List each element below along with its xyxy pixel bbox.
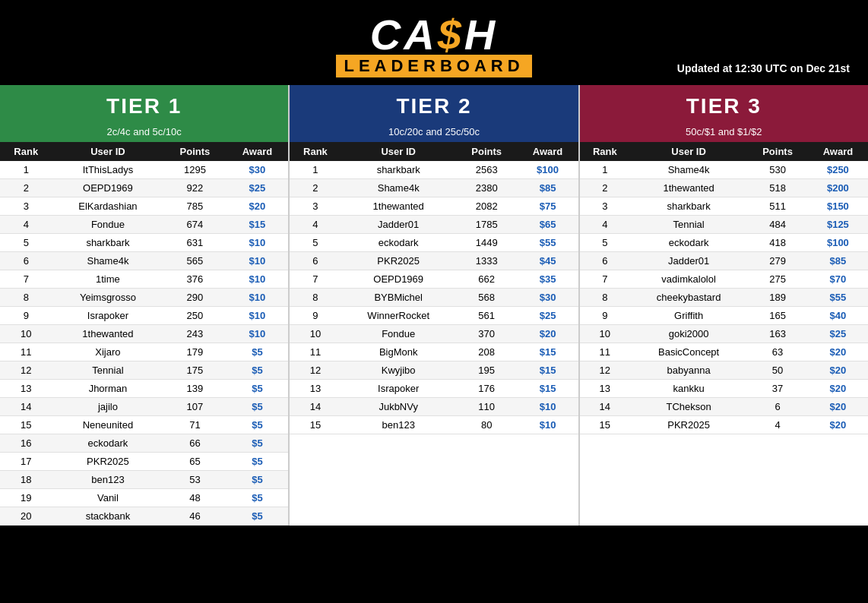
points-cell: 65 bbox=[163, 453, 226, 471]
userid-cell: kankku bbox=[630, 380, 747, 398]
userid-cell: PKR2025 bbox=[52, 453, 164, 471]
points-cell: 250 bbox=[163, 307, 226, 325]
userid-cell: BasicConcept bbox=[630, 343, 747, 361]
rank-cell: 9 bbox=[290, 307, 341, 325]
award-cell: $20 bbox=[517, 325, 578, 343]
header: CA$H LEADERBOARD Updated at 12:30 UTC on… bbox=[0, 0, 868, 85]
userid-cell: Xijaro bbox=[52, 343, 164, 361]
table-row: 14jajilo107$5 bbox=[0, 398, 288, 416]
userid-cell: 1thewanted bbox=[52, 325, 164, 343]
userid-cell: BigMonk bbox=[341, 343, 456, 361]
points-cell: 530 bbox=[747, 161, 808, 179]
tier-section-3: TIER 350c/$1 and $1/$2RankUser IDPointsA… bbox=[580, 85, 868, 526]
rank-cell: 14 bbox=[580, 398, 630, 416]
award-cell: $20 bbox=[808, 398, 868, 416]
table-row: 11Xijaro179$5 bbox=[0, 343, 288, 361]
award-cell: $10 bbox=[227, 325, 289, 343]
rank-cell: 13 bbox=[290, 380, 341, 398]
tier-section-1: TIER 12c/4c and 5c/10cRankUser IDPointsA… bbox=[0, 85, 290, 526]
award-cell: $75 bbox=[517, 197, 578, 216]
table-column-header: Award bbox=[808, 142, 868, 161]
award-cell: $45 bbox=[517, 252, 578, 270]
userid-cell: ben123 bbox=[341, 416, 456, 434]
award-cell: $20 bbox=[808, 343, 868, 361]
points-cell: 2563 bbox=[456, 161, 518, 179]
table-column-header: Award bbox=[227, 142, 289, 161]
tier-2-subtitle: 10c/20c and 25c/50c bbox=[290, 123, 578, 142]
userid-cell: Shame4k bbox=[630, 161, 747, 179]
award-cell: $20 bbox=[808, 416, 868, 434]
table-row: 5eckodark1449$55 bbox=[290, 234, 578, 252]
rank-cell: 4 bbox=[0, 216, 52, 234]
userid-cell: PKR2025 bbox=[630, 416, 747, 434]
rank-cell: 14 bbox=[0, 398, 52, 416]
rank-cell: 9 bbox=[580, 307, 630, 325]
userid-cell: babyanna bbox=[630, 361, 747, 380]
table-row: 31thewanted2082$75 bbox=[290, 197, 578, 216]
userid-cell: sharkbark bbox=[630, 197, 747, 216]
award-cell: $5 bbox=[227, 434, 289, 453]
points-cell: 107 bbox=[163, 398, 226, 416]
rank-cell: 2 bbox=[0, 179, 52, 197]
userid-cell: Shame4k bbox=[341, 179, 456, 197]
award-cell: $5 bbox=[227, 453, 289, 471]
rank-cell: 3 bbox=[0, 197, 52, 216]
award-cell: $30 bbox=[517, 289, 578, 307]
userid-cell: WinnerRocket bbox=[341, 307, 456, 325]
rank-cell: 9 bbox=[0, 307, 52, 325]
rank-cell: 3 bbox=[580, 197, 630, 216]
rank-cell: 2 bbox=[580, 179, 630, 197]
userid-cell: Israpoker bbox=[52, 307, 164, 325]
rank-cell: 1 bbox=[290, 161, 341, 179]
award-cell: $10 bbox=[227, 270, 289, 289]
points-cell: 6 bbox=[747, 398, 808, 416]
award-cell: $10 bbox=[227, 307, 289, 325]
userid-cell: Vanil bbox=[52, 489, 164, 507]
points-cell: 165 bbox=[747, 307, 808, 325]
points-cell: 1785 bbox=[456, 216, 518, 234]
table-row: 9Griffith165$40 bbox=[580, 307, 868, 325]
award-cell: $55 bbox=[517, 234, 578, 252]
userid-cell: TChekson bbox=[630, 398, 747, 416]
tier-section-2: TIER 210c/20c and 25c/50cRankUser IDPoin… bbox=[290, 85, 579, 526]
userid-cell: Fondue bbox=[52, 216, 164, 234]
table-row: 12babyanna50$20 bbox=[580, 361, 868, 380]
rank-cell: 5 bbox=[0, 234, 52, 252]
table-row: 17PKR202565$5 bbox=[0, 453, 288, 471]
points-cell: 370 bbox=[456, 325, 518, 343]
userid-cell: Yeimsgrosso bbox=[52, 289, 164, 307]
points-cell: 275 bbox=[747, 270, 808, 289]
table-row: 2OEPD1969922$25 bbox=[0, 179, 288, 197]
rank-cell: 8 bbox=[580, 289, 630, 307]
userid-cell: OEPD1969 bbox=[52, 179, 164, 197]
userid-cell: OEPD1969 bbox=[341, 270, 456, 289]
table-row: 12Kwyjibo195$15 bbox=[290, 361, 578, 380]
rank-cell: 20 bbox=[0, 507, 52, 526]
main-content: TIER 12c/4c and 5c/10cRankUser IDPointsA… bbox=[0, 85, 868, 526]
rank-cell: 8 bbox=[290, 289, 341, 307]
userid-cell: eckodark bbox=[341, 234, 456, 252]
table-row: 8cheekybastard189$55 bbox=[580, 289, 868, 307]
rank-cell: 7 bbox=[0, 270, 52, 289]
award-cell: $5 bbox=[227, 489, 289, 507]
points-cell: 922 bbox=[163, 179, 226, 197]
award-cell: $20 bbox=[808, 380, 868, 398]
points-cell: 290 bbox=[163, 289, 226, 307]
table-column-header: Rank bbox=[0, 142, 52, 161]
userid-cell: PKR2025 bbox=[341, 252, 456, 270]
points-cell: 662 bbox=[456, 270, 518, 289]
table-row: 5sharkbark631$10 bbox=[0, 234, 288, 252]
rank-cell: 15 bbox=[0, 416, 52, 434]
points-cell: 1295 bbox=[163, 161, 226, 179]
award-cell: $10 bbox=[517, 416, 578, 434]
rank-cell: 11 bbox=[0, 343, 52, 361]
points-cell: 176 bbox=[456, 380, 518, 398]
points-cell: 1333 bbox=[456, 252, 518, 270]
points-cell: 4 bbox=[747, 416, 808, 434]
tier-2-header: TIER 2 bbox=[290, 85, 578, 123]
table-row: 16eckodark66$5 bbox=[0, 434, 288, 453]
award-cell: $100 bbox=[808, 234, 868, 252]
points-cell: 208 bbox=[456, 343, 518, 361]
table-column-header: Points bbox=[163, 142, 226, 161]
award-cell: $5 bbox=[227, 343, 289, 361]
